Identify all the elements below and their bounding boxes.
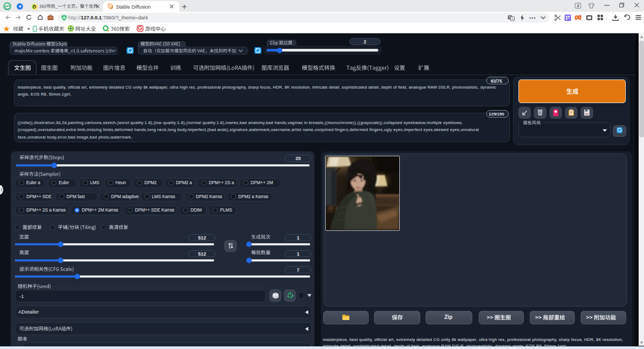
svg-text:A: A	[511, 17, 514, 20]
